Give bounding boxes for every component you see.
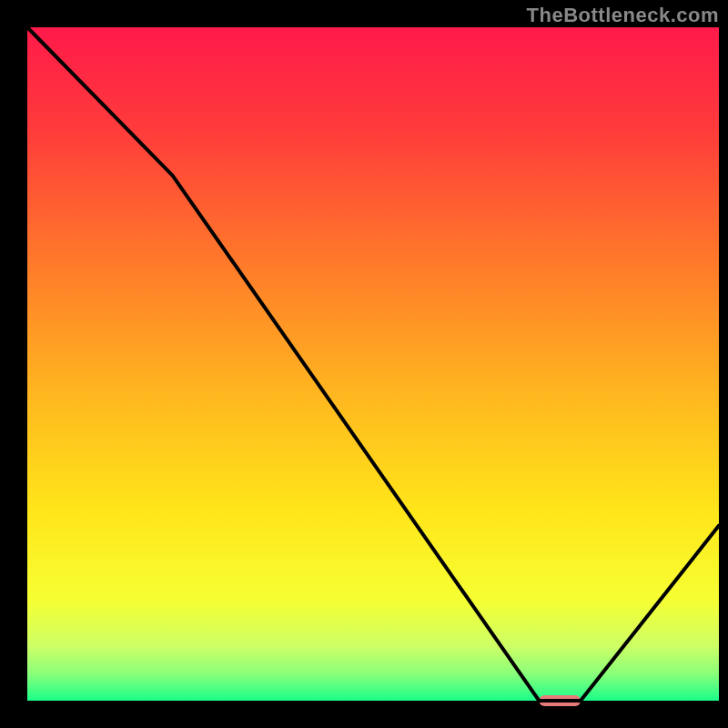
chart-container: TheBottleneck.com — [0, 0, 728, 728]
watermark-text: TheBottleneck.com — [527, 4, 719, 27]
bottleneck-chart — [0, 0, 728, 728]
chart-gradient-bg — [27, 27, 719, 701]
